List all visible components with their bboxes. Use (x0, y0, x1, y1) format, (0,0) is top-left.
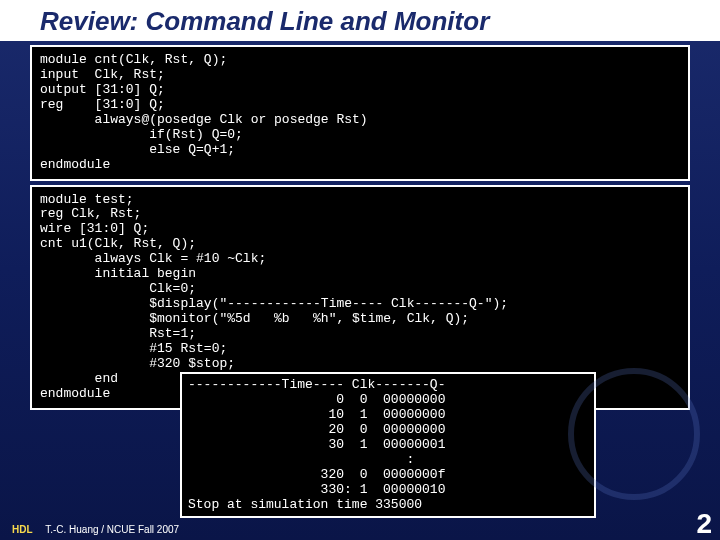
slide-number: 2 (696, 508, 712, 540)
code-block-module-cnt: module cnt(Clk, Rst, Q); input Clk, Rst;… (30, 45, 690, 181)
footer-credit: T.-C. Huang / NCUE Fall 2007 (45, 524, 179, 535)
footer-hdl-label: HDL (12, 524, 33, 535)
simulation-output: ------------Time---- Clk-------Q- 0 0 00… (180, 372, 596, 518)
slide-title: Review: Command Line and Monitor (0, 0, 720, 41)
footer: HDL T.-C. Huang / NCUE Fall 2007 (12, 524, 179, 535)
